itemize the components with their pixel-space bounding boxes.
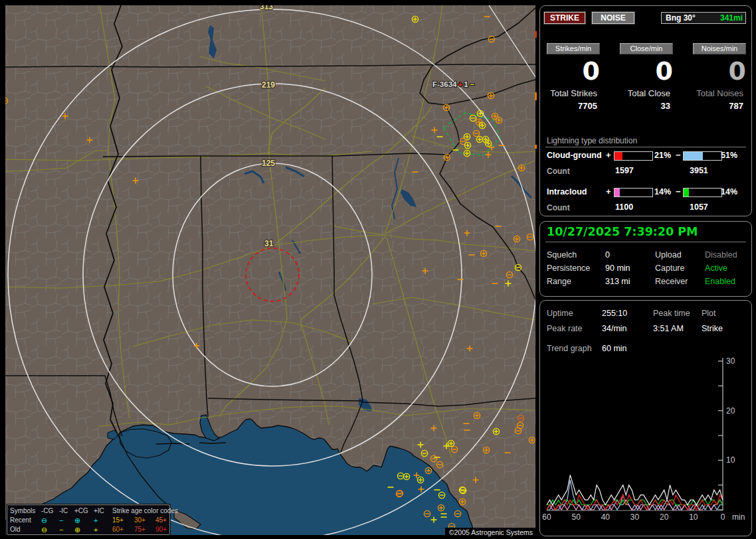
uptime-value: 255:10	[602, 309, 627, 318]
ic-positive-pct: 14%	[654, 187, 671, 196]
peak-rate-label: Peak rate	[547, 324, 583, 333]
age-90: 90+	[155, 525, 177, 534]
legend-col--cg: -CG	[41, 506, 59, 516]
edge-strike-tick	[535, 145, 537, 149]
strikes-per-min-value: 0	[547, 56, 600, 86]
trend-series-cg_plus	[547, 495, 723, 510]
circle-minus-icon: ⊖	[41, 516, 59, 525]
circle-plus-icon: ⊕	[74, 516, 94, 525]
bearing-label: Bng 30°	[666, 13, 696, 23]
ic-negative-count: 1057	[690, 202, 708, 212]
upload-status: Disabled	[705, 250, 737, 260]
noises-per-min-value: 0	[693, 56, 746, 86]
trend-window-value: 60 min	[602, 344, 627, 353]
status-sidebar: STRIKE NOISE Bng 30° 341mi Strikes/min C…	[539, 0, 753, 539]
range-value: 313 mi	[605, 277, 630, 286]
total-noises-label: Total Noises	[696, 88, 743, 98]
cg-positive-pct: 21%	[654, 151, 671, 160]
strike-stats-panel: STRIKE NOISE Bng 30° 341mi Strikes/min C…	[539, 5, 752, 216]
total-strikes-value: 7705	[578, 101, 597, 111]
ring-label-125: 125	[262, 159, 275, 168]
age-75: 75+	[134, 525, 155, 534]
capture-label: Capture	[655, 264, 684, 273]
x-tick-label: 40	[601, 512, 611, 522]
legend-col-+ic: +IC	[94, 506, 108, 516]
edge-strike-tick	[535, 31, 537, 38]
ic-positive-count: 1100	[615, 202, 633, 212]
bearing-range-value: 341mi	[720, 13, 743, 23]
total-close-value: 33	[661, 101, 670, 111]
total-close-label: Total Close	[628, 88, 670, 98]
range-label: Range	[547, 277, 571, 286]
plus-icon: +	[94, 516, 108, 525]
receiver-label: Receiver	[655, 277, 688, 286]
age-15: 15+	[112, 516, 134, 525]
distribution-title: Lightning type distribution	[547, 136, 637, 145]
edge-strike-tick	[535, 92, 537, 100]
plot-value: Strike	[702, 324, 723, 333]
ring-label-219: 219	[262, 80, 275, 90]
trend-panel: Uptime 255:10 Peak time Plot Peak rate 3…	[539, 300, 752, 536]
cloud-ground-label: Cloud-ground	[547, 151, 602, 160]
plot-label: Plot	[702, 309, 716, 318]
app-window: 313 219 125 31 F-3634+1− Symbols -CG	[0, 0, 756, 539]
age-60: 60+	[112, 525, 134, 534]
x-tick-label: 10	[689, 512, 698, 522]
map-symbols-legend: Symbols -CG -IC +CG +IC Recent ⊖ − ⊕ + O…	[7, 504, 170, 535]
plus-sign: +	[606, 187, 611, 196]
x-tick-label: 30	[630, 512, 640, 522]
peak-rate-value: 34/min	[602, 324, 627, 333]
y-tick-label: 10	[726, 455, 735, 465]
noises-per-min-label: Noises/min	[693, 43, 746, 54]
count-label: Count	[547, 167, 570, 176]
ring-label-31: 31	[264, 239, 274, 248]
cg-negative-pct: 51%	[721, 151, 737, 160]
x-tick-label: 0	[721, 512, 725, 522]
plus-sign: +	[606, 150, 611, 160]
trend-series-ic_plus	[547, 495, 723, 510]
ic-positive-bar	[614, 188, 653, 197]
noise-mode-button[interactable]: NOISE	[592, 12, 634, 24]
legend-col-+cg: +CG	[74, 506, 94, 516]
strikes-per-min-label: Strikes/min	[547, 43, 600, 54]
cg-negative-count: 3951	[690, 166, 708, 175]
total-noises-value: 787	[729, 101, 743, 111]
cg-positive-bar	[614, 151, 653, 161]
persistence-value: 90 min	[605, 264, 630, 273]
legend-row-recent: Recent	[10, 516, 41, 525]
capture-status: Active	[705, 264, 727, 273]
minus-sign: −	[676, 150, 681, 160]
datetime-display: 10/27/2025 7:39:20 PM	[547, 225, 698, 238]
age-30: 30+	[134, 516, 155, 525]
persistence-label: Persistence	[547, 264, 590, 273]
legend-symbols-header: Symbols	[10, 506, 41, 516]
age-45: 45+	[155, 516, 177, 525]
map-canvas[interactable]: 313 219 125 31 F-3634+1−	[5, 5, 535, 535]
legend-col--ic: -IC	[59, 506, 74, 516]
peak-time-value: 3:51 AM	[653, 324, 684, 333]
close-per-min-value: 0	[620, 56, 673, 86]
minus-icon: −	[59, 516, 74, 525]
legend-row-old: Old	[10, 525, 41, 534]
squelch-label: Squelch	[547, 250, 577, 260]
receiver-status: Enabled	[705, 277, 735, 286]
strike-mode-button[interactable]: STRIKE	[544, 12, 585, 24]
map-area[interactable]: 313 219 125 31 F-3634+1− Symbols -CG	[5, 5, 535, 535]
bearing-range-indicator: Bng 30° 341mi	[661, 12, 746, 24]
trend-graph: 1020306050403020100min	[541, 356, 751, 533]
divider	[545, 147, 746, 147]
uptime-label: Uptime	[547, 309, 573, 318]
intracloud-label: Intracloud	[547, 187, 587, 196]
clock-settings-panel: 10/27/2025 7:39:20 PM Squelch 0 Persiste…	[539, 221, 752, 297]
copyright-text: ©2005 Astrogenic Systems	[445, 528, 535, 539]
count-label: Count	[547, 203, 570, 212]
x-tick-label: 50	[571, 512, 581, 522]
minus-icon: −	[59, 525, 74, 534]
squelch-value: 0	[605, 250, 610, 260]
ring-label-313: 313	[260, 5, 273, 11]
x-tick-label: 20	[660, 512, 669, 522]
y-tick-label: 20	[726, 406, 735, 416]
plus-icon: +	[94, 525, 108, 534]
close-per-min-label: Close/min	[620, 43, 673, 54]
circle-minus-icon: ⊖	[41, 525, 59, 534]
